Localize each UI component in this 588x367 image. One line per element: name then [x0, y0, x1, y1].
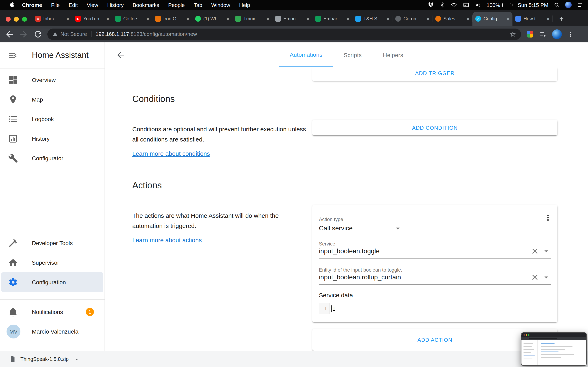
browser-tab-iron[interactable]: Iron O × [152, 12, 192, 26]
wifi-icon[interactable] [450, 2, 457, 8]
menu-history[interactable]: History [103, 2, 128, 8]
minimize-window-button[interactable] [14, 17, 19, 22]
sidebar-item-configuration-active[interactable]: Configuration [1, 272, 103, 292]
site-favicon [355, 16, 361, 22]
sidebar-item-configurator[interactable]: Configurator [0, 149, 104, 168]
dropbox-icon[interactable] [427, 2, 434, 8]
battery-status[interactable]: 100% [486, 2, 512, 8]
tab-close-icon[interactable]: × [267, 16, 269, 22]
add-trigger-button[interactable]: ADD TRIGGER [415, 70, 454, 76]
clear-icon[interactable] [530, 247, 539, 256]
add-action-button[interactable]: ADD ACTION [417, 337, 452, 343]
apple-logo-icon[interactable] [6, 2, 17, 8]
entity-id-input[interactable]: input_boolean.rollup_curtain [319, 273, 551, 285]
window-controls [6, 17, 27, 22]
menubar-clock[interactable]: Sun 5:15 PM [518, 2, 548, 8]
profile-avatar[interactable] [552, 29, 562, 39]
bookmark-star-icon[interactable] [510, 31, 516, 37]
browser-tab-coffee[interactable]: Coffee × [112, 12, 152, 26]
notification-center-icon[interactable] [577, 2, 583, 8]
menu-tab[interactable]: Tab [189, 2, 207, 8]
menu-window[interactable]: Window [207, 2, 235, 8]
dropdown-caret-icon[interactable] [393, 224, 402, 233]
menu-bookmarks[interactable]: Bookmarks [128, 2, 164, 8]
conditions-learn-more-link[interactable]: Learn more about conditions [132, 150, 210, 157]
add-action-card: ADD ACTION [312, 329, 557, 351]
browser-tab-inbox[interactable]: ✉ Inbox × [32, 12, 72, 26]
browser-tab-th[interactable]: T&H S × [352, 12, 392, 26]
sidebar-item-logbook[interactable]: Logbook [0, 109, 104, 129]
site-favicon [155, 16, 161, 22]
menu-edit[interactable]: Edit [64, 2, 82, 8]
forward-button[interactable] [19, 29, 29, 39]
clear-icon[interactable] [530, 273, 539, 282]
new-tab-button[interactable]: + [556, 13, 567, 25]
menu-people[interactable]: People [164, 2, 189, 8]
sidebar-item-supervisor[interactable]: Supervisor [0, 253, 104, 272]
dropdown-caret-icon[interactable] [542, 273, 551, 282]
sidebar-item-notifications[interactable]: Notifications 1 [0, 302, 104, 322]
download-menu-caret-icon[interactable] [74, 356, 80, 362]
browser-menu-icon[interactable] [567, 30, 574, 38]
media-controls-icon[interactable] [539, 30, 547, 38]
tab-helpers[interactable]: Helpers [372, 42, 414, 67]
menubar-app-name[interactable]: Chrome [17, 2, 47, 8]
menu-view[interactable]: View [82, 2, 103, 8]
close-window-button[interactable] [6, 17, 11, 22]
screen-preview-window[interactable] [521, 332, 587, 366]
spotlight-search-icon[interactable] [554, 2, 560, 8]
tab-close-icon[interactable]: × [106, 16, 109, 22]
sidebar-toggle-icon[interactable] [8, 50, 18, 60]
tab-close-icon[interactable]: × [546, 16, 550, 22]
extension-icon[interactable] [527, 31, 533, 37]
tab-close-icon[interactable]: × [66, 16, 69, 22]
tab-close-icon[interactable]: × [467, 16, 470, 22]
back-button[interactable] [4, 29, 14, 39]
tab-close-icon[interactable]: × [186, 16, 190, 22]
tab-scripts[interactable]: Scripts [333, 42, 372, 67]
sidebar-item-map[interactable]: Map [0, 90, 104, 109]
tab-close-icon[interactable]: × [226, 16, 229, 22]
tab-close-icon[interactable]: × [346, 16, 350, 22]
tab-close-icon[interactable]: × [146, 16, 149, 22]
service-data-code-editor[interactable]: 1 1 [319, 303, 548, 314]
browser-tab-sales[interactable]: Sales × [432, 12, 472, 26]
security-label[interactable]: Not Secure [61, 31, 87, 37]
tab-close-icon[interactable]: × [306, 16, 310, 22]
tab-close-icon[interactable]: × [426, 16, 430, 22]
action-overflow-menu-icon[interactable] [544, 213, 553, 222]
download-item[interactable]: ThingSpeak-1.5.0.zip [9, 355, 80, 363]
entity-id-value: input_boolean.rollup_curtain [319, 274, 530, 281]
actions-learn-more-link[interactable]: Learn more about actions [132, 236, 202, 243]
browser-tab-config-active[interactable]: ⌂ Config × [472, 12, 512, 26]
action-type-select[interactable]: Call service [319, 224, 402, 236]
tab-automations[interactable]: Automations [279, 42, 333, 67]
menubar-user-avatar[interactable] [565, 2, 572, 8]
menu-file[interactable]: File [47, 2, 64, 8]
add-condition-button[interactable]: ADD CONDITION [412, 125, 458, 131]
browser-tab-howto[interactable]: How t × [512, 12, 553, 26]
sidebar-item-developer-tools[interactable]: Developer Tools [0, 233, 104, 253]
dropdown-caret-icon[interactable] [542, 247, 551, 256]
browser-tab-youtube[interactable]: ▶ YouTub × [72, 12, 112, 26]
sidebar-item-overview[interactable]: Overview [0, 70, 104, 90]
tab-close-icon[interactable]: × [507, 16, 510, 22]
zoom-window-button[interactable] [22, 17, 27, 22]
volume-icon[interactable] [475, 2, 481, 8]
service-input[interactable]: input_boolean.toggle [319, 247, 551, 259]
browser-tab-corona[interactable]: Coron × [392, 12, 432, 26]
browser-tab-whatsapp[interactable]: (1) Wh × [192, 12, 232, 26]
bluetooth-icon[interactable] [439, 2, 445, 8]
reload-button[interactable] [33, 29, 43, 39]
sidebar-item-history[interactable]: History [0, 129, 104, 149]
address-bar[interactable]: Not Secure 192.168.1.117 :8123/config/au… [47, 28, 521, 40]
tab-close-icon[interactable]: × [387, 16, 389, 22]
sheet-favicon [115, 16, 121, 22]
display-mirroring-icon[interactable] [462, 2, 469, 8]
browser-tab-embar[interactable]: Embar × [312, 12, 352, 26]
browser-tab-emon[interactable]: Emon × [272, 12, 312, 26]
sidebar-item-profile[interactable]: MV Marcio Valenzuela [0, 322, 104, 341]
tab-label: Sales [443, 16, 466, 21]
browser-tab-tmux[interactable]: Tmux × [232, 12, 272, 26]
menu-help[interactable]: Help [234, 2, 255, 8]
